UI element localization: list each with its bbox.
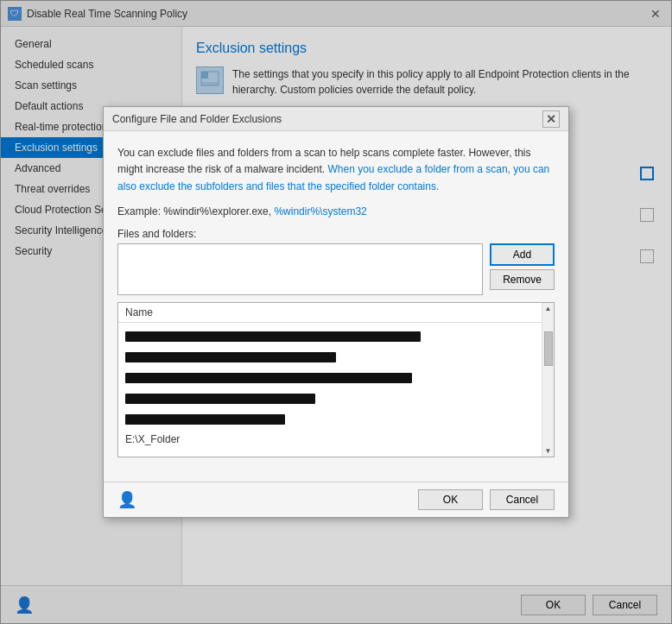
list-item-text: E:\X_Folder <box>125 433 180 445</box>
modal-footer: 👤 OK Cancel <box>104 482 568 517</box>
redacted-item-4 <box>125 394 315 404</box>
list-item-3[interactable] <box>125 368 547 388</box>
example-line: Example: %windir%\explorer.exe, %windir%… <box>117 205 555 217</box>
modal-title-bar: Configure File and Folder Exclusions ✕ <box>104 107 568 131</box>
modal-title: Configure File and Folder Exclusions <box>112 113 282 125</box>
example-label: Example: <box>117 205 163 217</box>
scrollbar[interactable]: ▲ ▼ <box>542 303 554 457</box>
example-highlight: %windir%\system32 <box>274 205 366 217</box>
scrollbar-thumb[interactable] <box>544 331 553 366</box>
list-content: E:\X_Folder <box>118 323 554 451</box>
list-item-6[interactable]: E:\X_Folder <box>125 430 547 447</box>
modal-buttons-right: Add Remove <box>490 243 555 290</box>
modal-overlay: Configure File and Folder Exclusions ✕ Y… <box>0 0 672 624</box>
list-item-5[interactable] <box>125 409 547 430</box>
modal-body: You can exclude files and folders from a… <box>104 131 568 482</box>
files-label: Files and folders: <box>117 228 555 240</box>
list-container: Name <box>117 302 555 457</box>
list-item-4[interactable] <box>125 388 547 409</box>
list-box[interactable]: Name <box>117 302 555 457</box>
list-item-2[interactable] <box>125 347 547 368</box>
add-button[interactable]: Add <box>490 243 555 266</box>
list-header: Name <box>118 303 554 323</box>
redacted-item-2 <box>125 352 336 362</box>
remove-button[interactable]: Remove <box>490 269 555 290</box>
modal-close-button[interactable]: ✕ <box>542 110 560 128</box>
modal-description: You can exclude files and folders from a… <box>117 145 555 195</box>
modal-person-icon: 👤 <box>117 490 136 509</box>
scroll-down-arrow[interactable]: ▼ <box>543 445 554 457</box>
example-text: %windir%\explorer.exe, <box>163 205 274 217</box>
list-name-column: Name <box>125 306 153 318</box>
modal-dialog: Configure File and Folder Exclusions ✕ Y… <box>103 106 569 518</box>
modal-input-area: Add Remove <box>117 243 555 295</box>
files-input[interactable] <box>117 243 483 295</box>
modal-ok-button[interactable]: OK <box>418 489 483 510</box>
redacted-item-5 <box>125 414 285 425</box>
redacted-item-1 <box>125 331 421 342</box>
redacted-item-3 <box>125 373 412 383</box>
modal-cancel-button[interactable]: Cancel <box>490 489 555 510</box>
scroll-up-arrow[interactable]: ▲ <box>543 303 554 314</box>
modal-footer-buttons: OK Cancel <box>418 489 555 510</box>
list-item-1[interactable] <box>125 326 547 347</box>
